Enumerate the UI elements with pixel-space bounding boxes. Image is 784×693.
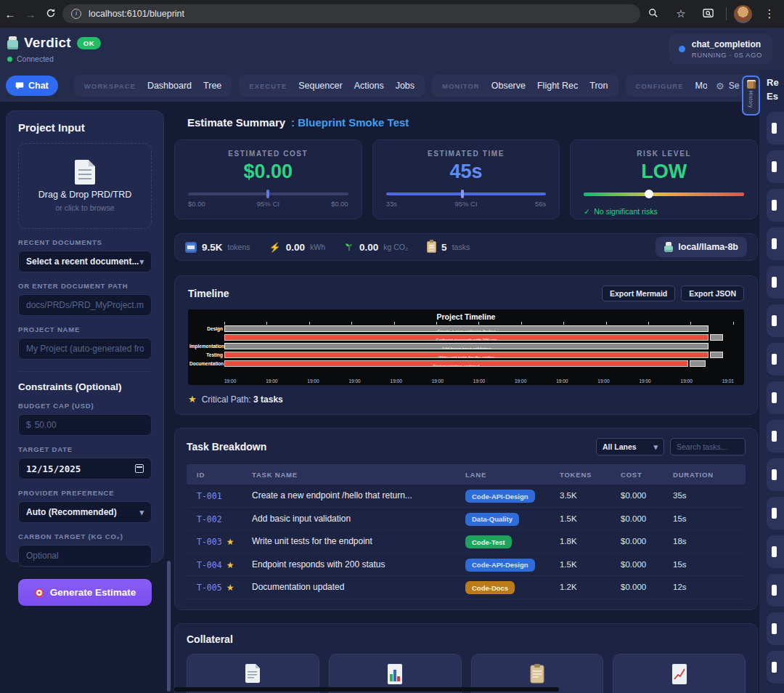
tick-marks	[224, 322, 734, 325]
generate-estimate-button[interactable]: Generate Estimate	[18, 579, 152, 606]
calendar-icon[interactable]	[135, 464, 144, 473]
field-label: RECENT DOCUMENTS	[18, 238, 152, 246]
task-search-input[interactable]	[670, 438, 746, 455]
nav-item-sequencer[interactable]: Sequencer	[298, 81, 342, 91]
gantt-bar-cap	[690, 360, 706, 367]
field-label: TARGET DATE	[18, 445, 152, 453]
task-id[interactable]: T-003	[197, 537, 222, 547]
nav-item-tron[interactable]: Tron	[589, 81, 608, 91]
gantt-bar-critical[interactable]: Documentation updated	[224, 360, 688, 367]
search-icon[interactable]	[643, 8, 663, 20]
tokens-icon	[185, 242, 197, 253]
export-mermaid-button[interactable]: Export Mermaid	[602, 285, 675, 301]
recent-estimates-list	[767, 112, 784, 684]
estimate-history-item[interactable]	[767, 343, 784, 376]
gantt-bar[interactable]: Create a new endpoint /hello t	[224, 325, 709, 332]
nav-item-observe[interactable]: Observe	[491, 81, 526, 91]
dropzone-label: Drag & Drop PRD/TRD	[38, 190, 132, 200]
estimate-history-item[interactable]	[767, 266, 784, 299]
model-chip[interactable]: local/llama-8b	[656, 237, 747, 257]
section-title: Timeline	[188, 288, 229, 299]
project-name-input[interactable]	[26, 344, 144, 354]
task-id[interactable]: T-004	[197, 560, 222, 570]
ci-min: 33s	[386, 200, 397, 208]
clipboard-icon	[427, 241, 436, 253]
estimate-history-item[interactable]	[767, 189, 784, 222]
task-breakdown-section: Task Breakdown All Lanes ▾ ID TASK NAME …	[174, 428, 758, 610]
estimate-history-item[interactable]	[767, 458, 784, 491]
budget-cap-input[interactable]	[35, 420, 144, 430]
history-tab[interactable]: History	[742, 76, 760, 115]
toolbar-divider	[726, 7, 727, 20]
nav-item-dashboard[interactable]: Dashboard	[147, 81, 192, 91]
card-label: ESTIMATED COST	[175, 150, 362, 158]
estimate-history-item[interactable]	[767, 535, 784, 568]
export-json-button[interactable]: Export JSON	[681, 285, 744, 301]
field-label: PROJECT NAME	[18, 325, 152, 333]
running-job-chip[interactable]: chat_completion RUNNING · 0S AGO	[669, 33, 772, 64]
ci-min: $0.00	[188, 200, 205, 208]
estimate-history-item[interactable]	[767, 574, 784, 607]
nav-item-tree[interactable]: Tree	[203, 81, 221, 91]
recent-documents-select[interactable]: Select a recent document... ▾	[18, 251, 152, 272]
gantt-bar-critical[interactable]: Endpoint responds with 200 sta	[224, 334, 709, 341]
task-id[interactable]: T-005	[197, 583, 222, 593]
url-text[interactable]: localhost:6101/blueprint	[89, 9, 184, 19]
estimate-history-item[interactable]	[767, 112, 784, 145]
file-dropzone[interactable]: Drag & Drop PRD/TRD or click to browse	[18, 143, 152, 229]
address-bar[interactable]: i localhost:6101/blueprint	[62, 4, 640, 23]
estimate-history-item[interactable]	[767, 420, 784, 453]
forward-icon[interactable]: →	[20, 8, 41, 20]
estimate-history-item[interactable]	[767, 150, 784, 183]
history-label: History	[748, 91, 754, 108]
table-header: ID TASK NAME LANE TOKENS COST DURATION	[187, 464, 746, 485]
bookmark-icon[interactable]: ☆	[671, 7, 691, 20]
nav-item-jobs[interactable]: Jobs	[396, 81, 415, 91]
estimate-history-item[interactable]	[767, 304, 784, 337]
table-row[interactable]: T-003★ Write unit tests for the endpoint…	[187, 530, 746, 554]
task-name: Documentation updated	[252, 582, 465, 592]
carbon-target-input[interactable]	[26, 551, 144, 561]
task-id[interactable]: T-001	[197, 491, 222, 501]
site-info-icon[interactable]: i	[71, 9, 81, 19]
estimate-history-item[interactable]	[767, 497, 784, 530]
task-cost: $0.000	[621, 514, 673, 523]
browser-menu-icon[interactable]: ⋮	[759, 7, 780, 20]
horizontal-scrollbar-thumb[interactable]	[174, 687, 559, 692]
task-name: Write unit tests for the endpoint	[252, 536, 465, 546]
critical-path-note: Critical Path: 3 tasks	[202, 394, 283, 405]
nav-item-actions[interactable]: Actions	[354, 81, 384, 91]
currency-prefix: $	[26, 420, 31, 430]
nav-item-flight-rec[interactable]: Flight Rec	[537, 81, 578, 91]
task-duration: 15s	[673, 514, 744, 523]
collateral-trend-tile[interactable]	[613, 654, 746, 693]
table-row[interactable]: T-002 Add basic input validation Data-Qu…	[187, 508, 746, 531]
tab-search-icon[interactable]	[698, 8, 719, 20]
estimate-history-item[interactable]	[767, 381, 784, 414]
estimate-history-item[interactable]	[767, 612, 784, 645]
estimate-history-item[interactable]	[767, 651, 784, 684]
back-icon[interactable]: ←	[0, 8, 20, 20]
constraints-title: Constraints (Optional)	[18, 381, 152, 392]
table-row[interactable]: T-004★ Endpoint responds with 200 status…	[187, 554, 746, 577]
gantt-bar-critical[interactable]: Write unit tests for the endpo	[224, 352, 709, 358]
target-date-input[interactable]: 12/15/2025	[18, 458, 152, 479]
nav-group-execute: EXECUTE Sequencer Actions Jobs	[239, 75, 425, 97]
main-column: Estimate Summary : Blueprint Smoke Test …	[174, 110, 758, 693]
provider-select[interactable]: Auto (Recommended) ▾	[18, 501, 152, 523]
reload-icon[interactable]	[41, 8, 61, 20]
lane-filter-select[interactable]: All Lanes ▾	[596, 438, 664, 455]
estimate-history-item[interactable]	[767, 227, 784, 260]
profile-avatar[interactable]	[734, 5, 752, 23]
chat-button[interactable]: Chat	[6, 76, 58, 96]
task-cost: $0.000	[621, 560, 673, 569]
job-status-dot-icon	[679, 46, 685, 52]
vertical-scrollbar-thumb[interactable]	[167, 561, 171, 692]
table-row[interactable]: T-001 Create a new endpoint /hello that …	[187, 485, 746, 508]
task-id[interactable]: T-002	[197, 514, 222, 524]
lane-label: Documentation	[189, 361, 223, 366]
table-row[interactable]: T-005★ Documentation updated Code-Docs 1…	[187, 576, 746, 599]
gantt-bar[interactable]: Add basic input validation	[224, 343, 709, 349]
document-path-input[interactable]	[26, 300, 144, 310]
chevron-down-icon: ▾	[139, 508, 144, 517]
